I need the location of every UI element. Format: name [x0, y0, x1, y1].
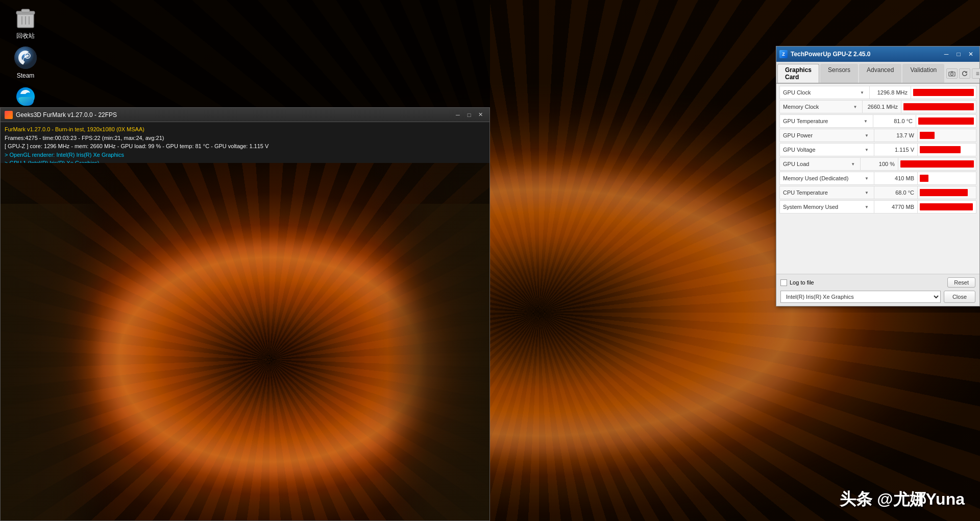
gpuz-titlebar[interactable]: Z TechPowerUp GPU-Z 2.45.0 ─ □ ✕ — [776, 46, 979, 62]
gpuz-window-controls: ─ □ ✕ — [941, 49, 976, 59]
sensor-value-2: 81.0 °C — [873, 115, 916, 127]
sensor-dropdown-0[interactable]: ▼ — [858, 86, 866, 99]
gpuz-app-icon: Z — [779, 50, 788, 58]
desktop: 回收站 Steam — [0, 0, 980, 521]
sensor-dropdown-5[interactable]: ▼ — [849, 158, 857, 170]
sensor-bar-container-8 — [918, 201, 976, 213]
furmark-info-line4: > OpenGL renderer: Intel(R) Iris(R) Xe G… — [5, 151, 485, 159]
steam-label: Steam — [17, 72, 35, 79]
furmark-maximize-button[interactable]: □ — [464, 111, 474, 119]
tab-advanced[interactable]: Advanced — [859, 64, 901, 83]
sensor-value-1: 2660.1 MHz — [863, 101, 901, 113]
furmark-minimize-button[interactable]: ─ — [453, 111, 463, 119]
sensor-dropdown-4[interactable]: ▼ — [863, 144, 871, 156]
gpuz-tabs: Graphics Card Sensors Advanced Validatio… — [776, 62, 979, 84]
sensor-row: System Memory Used ▼ 4770 MB — [779, 200, 976, 214]
sensor-dropdown-6[interactable]: ▼ — [863, 172, 871, 184]
gpuz-refresh-button[interactable] — [959, 68, 970, 79]
recycle-bin-icon — [13, 5, 38, 30]
sensor-value-6: 410 MB — [874, 172, 918, 184]
desktop-top-overlay — [0, 0, 490, 107]
sensor-bar-container-1 — [901, 101, 976, 113]
gpuz-log-checkbox[interactable] — [780, 279, 787, 286]
sensor-value-0: 1296.8 MHz — [870, 86, 911, 99]
sensor-bar-container-5 — [898, 158, 976, 170]
sensor-name-5: GPU Load ▼ — [780, 158, 861, 170]
furmark-content: FurMark v1.27.0.0 - Burn-in test, 1920x1… — [1, 122, 489, 520]
recycle-bin-label: 回收站 — [16, 32, 35, 40]
sensor-row: Memory Used (Dedicated) ▼ 410 MB — [779, 172, 976, 185]
sensor-bar-3 — [920, 132, 935, 139]
gpuz-close-button[interactable]: ✕ — [965, 49, 976, 59]
sensor-row: GPU Voltage ▼ 1.115 V — [779, 143, 976, 156]
gpuz-title: TechPowerUp GPU-Z 2.45.0 — [791, 51, 941, 58]
gpuz-sensors-list: GPU Clock ▼ 1296.8 MHz Memory Clock ▼ 26… — [776, 84, 979, 216]
gpuz-bottom-row: Intel(R) Iris(R) Xe Graphics Close — [780, 291, 975, 303]
sensor-row: Memory Clock ▼ 2660.1 MHz — [779, 100, 976, 113]
svg-point-9 — [27, 55, 29, 57]
sensor-name-4: GPU Voltage ▼ — [780, 144, 874, 156]
scifi-panel-right — [387, 204, 489, 520]
sensor-bar-container-6 — [918, 172, 976, 184]
sensor-value-8: 4770 MB — [874, 201, 918, 213]
watermark: 头条 @尤娜Yuna — [840, 488, 965, 511]
sensor-bar-container-2 — [916, 115, 976, 127]
furmark-icon — [5, 111, 13, 119]
furmark-render-area — [1, 163, 489, 520]
sensor-value-5: 100 % — [861, 158, 898, 170]
tab-validation[interactable]: Validation — [902, 64, 944, 83]
sensor-bar-5 — [900, 160, 974, 168]
sensor-row: CPU Temperature ▼ 68.0 °C — [779, 186, 976, 199]
sensor-name-1: Memory Clock ▼ — [780, 101, 863, 113]
sensor-dropdown-7[interactable]: ▼ — [863, 186, 871, 199]
sensor-name-2: GPU Temperature ▼ — [780, 115, 873, 127]
gpuz-reset-button[interactable]: Reset — [947, 277, 975, 288]
sensor-value-7: 68.0 °C — [874, 186, 918, 199]
gpuz-log-label: Log to file — [790, 279, 814, 286]
furmark-close-button[interactable]: ✕ — [475, 111, 485, 119]
desktop-icon-steam[interactable]: Steam — [5, 45, 46, 79]
furmark-info-line2: Frames:4275 - time:00:03:23 - FPS:22 (mi… — [5, 134, 485, 143]
furmark-title: Geeks3D FurMark v1.27.0.0 - 22FPS — [16, 111, 453, 119]
tab-sensors[interactable]: Sensors — [820, 64, 858, 83]
sensor-dropdown-8[interactable]: ▼ — [863, 201, 871, 213]
svg-point-17 — [951, 73, 953, 75]
sensor-name-0: GPU Clock ▼ — [780, 86, 870, 99]
gpuz-camera-button[interactable] — [946, 68, 958, 79]
sensor-row: GPU Load ▼ 100 % — [779, 157, 976, 171]
gpuz-maximize-button[interactable]: □ — [953, 49, 964, 59]
sensor-bar-container-4 — [918, 144, 976, 156]
sensor-dropdown-1[interactable]: ▼ — [851, 101, 859, 113]
sensor-bar-6 — [920, 175, 928, 182]
furmark-window: Geeks3D FurMark v1.27.0.0 - 22FPS ─ □ ✕ … — [0, 107, 490, 521]
gpuz-log-row: Log to file Reset — [780, 277, 975, 288]
gpuz-minimize-button[interactable]: ─ — [941, 49, 952, 59]
furmark-window-controls: ─ □ ✕ — [453, 111, 485, 119]
sensor-value-4: 1.115 V — [874, 144, 918, 156]
sensor-value-3: 13.7 W — [874, 129, 918, 141]
sensor-name-6: Memory Used (Dedicated) ▼ — [780, 172, 874, 184]
gpuz-close-btn[interactable]: Close — [944, 291, 975, 303]
tab-graphics-card[interactable]: Graphics Card — [777, 64, 819, 83]
sensor-name-7: CPU Temperature ▼ — [780, 186, 874, 199]
sensor-row: GPU Clock ▼ 1296.8 MHz — [779, 86, 976, 99]
desktop-icon-recycle-bin[interactable]: 回收站 — [5, 5, 46, 40]
gpuz-gpu-select[interactable]: Intel(R) Iris(R) Xe Graphics — [780, 291, 941, 303]
sensor-dropdown-2[interactable]: ▼ — [862, 115, 870, 127]
scifi-panel-left — [1, 204, 103, 520]
gpuz-menu-button[interactable]: ≡ — [972, 68, 980, 79]
svg-rect-2 — [21, 9, 30, 12]
sensor-bar-4 — [920, 146, 961, 153]
furmark-info-line1: FurMark v1.27.0.0 - Burn-in test, 1920x1… — [5, 125, 485, 134]
sensor-name-3: GPU Power ▼ — [780, 129, 874, 141]
furmark-titlebar[interactable]: Geeks3D FurMark v1.27.0.0 - 22FPS ─ □ ✕ — [1, 108, 489, 122]
sensor-bar-container-7 — [918, 186, 976, 199]
sensor-bar-container-3 — [918, 129, 976, 141]
sensor-bar-7 — [920, 189, 968, 196]
sensor-row: GPU Power ▼ 13.7 W — [779, 129, 976, 142]
sensor-dropdown-3[interactable]: ▼ — [863, 129, 871, 141]
gpuz-bottom-bar: Log to file Reset Intel(R) Iris(R) Xe Gr… — [776, 274, 979, 306]
sensor-bar-0 — [913, 89, 974, 96]
sensor-name-8: System Memory Used ▼ — [780, 201, 874, 213]
steam-icon — [13, 45, 38, 70]
